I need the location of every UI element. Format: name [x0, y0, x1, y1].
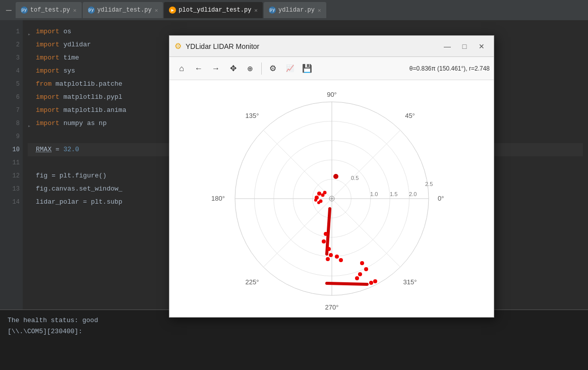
lidar-monitor-window: ⚙ YDLidar LIDAR Monitor — □ ✕ ⌂ ← → ✥ ⊕ … [169, 35, 494, 318]
data-point [355, 276, 359, 280]
tab-close-ydlidar2[interactable]: ✕ [318, 7, 321, 14]
close-button[interactable]: ✕ [475, 41, 489, 52]
tab-ydlidar-test[interactable]: py ydlidar_test.py ✕ [83, 2, 163, 18]
line-num-2: 2 [0, 38, 20, 51]
data-point [329, 253, 333, 257]
line-num-11: 11 [0, 156, 20, 169]
lidar-titlebar: ⚙ YDLidar LIDAR Monitor — □ ✕ [169, 36, 494, 57]
line-num-8: 8 [0, 117, 20, 130]
terminal: The health status: good [\\.\COM5][23040… [0, 310, 588, 370]
line-num-9: 9 [0, 130, 20, 143]
data-line-bottom [327, 283, 367, 284]
data-point [339, 258, 343, 262]
fold-icon-1[interactable]: ▸ [28, 28, 35, 35]
data-point [317, 192, 321, 196]
forward-button[interactable]: → [208, 60, 224, 77]
label-180: 180° [211, 195, 225, 202]
lidar-title-icon: ⚙ [174, 41, 182, 51]
maximize-button[interactable]: □ [457, 41, 472, 52]
home-button[interactable]: ⌂ [173, 60, 190, 77]
data-point [369, 281, 373, 285]
line-num-1: 1 [0, 25, 20, 38]
line-num-12: 12 [0, 169, 20, 182]
tab-label-ydlidar: ydlidar_test.py [97, 7, 152, 14]
radius-label-20: 2.0 [409, 191, 417, 197]
toolbar-status: θ=0.836π (150.461°), r=2.748 [409, 65, 490, 72]
data-point [314, 199, 317, 202]
data-point [324, 232, 328, 236]
line-num-5: 5 [0, 78, 20, 91]
label-45: 45° [405, 112, 415, 119]
polar-plot: 90° 45° 135° 0° 180° 270° 225° 315° 0.5 … [211, 80, 453, 317]
radius-label-15: 1.5 [390, 191, 397, 197]
line-num-10: 10 [0, 143, 20, 156]
trend-button[interactable]: 📈 [282, 60, 298, 77]
polar-svg: 90° 45° 135° 0° 180° 270° 225° 315° 0.5 … [211, 80, 453, 317]
data-point [373, 279, 377, 283]
tab-label-ydlidar2: ydlidar.py [278, 7, 315, 14]
close-all-button[interactable]: — [2, 5, 16, 15]
terminal-line-2: [\\.\COM5][230400]: [8, 326, 580, 337]
data-point-bright [333, 174, 338, 179]
data-point [317, 201, 320, 204]
polar-plot-container: 90° 45° 135° 0° 180° 270° 225° 315° 0.5 … [169, 80, 494, 317]
tab-close-tof[interactable]: ✕ [73, 7, 77, 14]
settings-button[interactable]: ⚙ [265, 60, 281, 77]
tab-ydlidar2[interactable]: py ydlidar.py ✕ [264, 2, 326, 18]
save-button[interactable]: 💾 [299, 60, 315, 77]
radius-label-25: 2.5 [425, 181, 433, 187]
minimize-button[interactable]: — [440, 41, 454, 52]
label-270: 270° [325, 303, 338, 311]
tab-icon-plot: ▶ [169, 7, 176, 14]
line-num-6: 6 [0, 91, 20, 104]
data-point [360, 261, 364, 265]
radius-label-05: 0.5 [351, 175, 359, 181]
label-90: 90° [327, 91, 337, 98]
lidar-title-section: ⚙ YDLidar LIDAR Monitor [174, 41, 259, 51]
tab-bar: — py tof_test.py ✕ py ydlidar_test.py ✕ … [0, 0, 588, 20]
data-point [322, 239, 326, 243]
toolbar-divider [261, 63, 262, 75]
tab-icon-tof: py [21, 7, 28, 14]
label-0: 0° [438, 195, 444, 202]
data-point [327, 247, 331, 251]
lidar-title-text: YDLidar LIDAR Monitor [186, 42, 259, 50]
tab-close-plot[interactable]: ✕ [254, 7, 258, 14]
back-button[interactable]: ← [191, 60, 207, 77]
lidar-toolbar: ⌂ ← → ✥ ⊕ ⚙ 📈 💾 θ=0.836π (150.461°), r=2… [169, 57, 494, 80]
radius-label-10: 1.0 [370, 191, 378, 197]
label-135: 135° [245, 112, 259, 119]
tab-icon-ydlidar2: py [269, 7, 276, 14]
window-controls: — □ ✕ [440, 41, 489, 52]
pan-button[interactable]: ✥ [225, 60, 241, 77]
tab-icon-ydlidar: py [88, 7, 95, 14]
data-point [323, 191, 326, 195]
line-num-3: 3 [0, 51, 20, 65]
line-num-14: 14 [0, 196, 20, 209]
label-225: 225° [245, 278, 259, 286]
zoom-button[interactable]: ⊕ [242, 60, 258, 77]
line-num-7: 7 [0, 104, 20, 117]
label-315: 315° [403, 278, 417, 286]
tab-tof-test[interactable]: py tof_test.py ✕ [16, 2, 82, 18]
fold-icon-8[interactable]: ▸ [28, 120, 35, 127]
tab-plot-ydlidar[interactable]: ▶ plot_ydlidar_test.py ✕ [164, 2, 263, 18]
tab-close-ydlidar[interactable]: ✕ [155, 7, 158, 14]
data-point [326, 257, 330, 261]
data-point [364, 267, 368, 271]
tab-label-tof: tof_test.py [30, 7, 70, 14]
data-point [335, 255, 339, 259]
tab-label-plot: plot_ydlidar_test.py [179, 7, 251, 14]
data-point [358, 272, 362, 276]
line-num-13: 13 [0, 182, 20, 196]
line-num-4: 4 [0, 65, 20, 78]
